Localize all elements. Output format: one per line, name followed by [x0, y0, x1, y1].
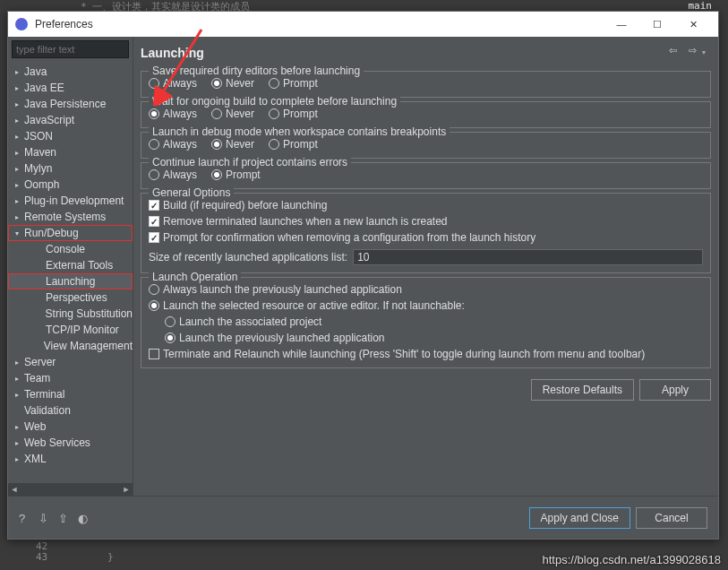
check-build-if-required-[interactable]: Build (if required) before launching [149, 199, 703, 212]
radio-launch-prev-sub[interactable]: Launch the previously launched applicati… [165, 332, 703, 344]
minimize-button[interactable]: — [604, 12, 639, 37]
radio-prompt[interactable]: Prompt [269, 138, 318, 151]
scroll-left-icon[interactable]: ◄ [10, 485, 19, 494]
tree-item-json[interactable]: ▸JSON [8, 128, 133, 144]
oomph-icon[interactable]: ◐ [78, 512, 90, 524]
radio-never[interactable]: Never [211, 138, 254, 151]
twisty-icon[interactable]: ▸ [12, 212, 22, 222]
twisty-icon[interactable]: ▸ [12, 131, 22, 142]
cancel-button[interactable]: Cancel [636, 507, 707, 529]
tree-item-web-services[interactable]: ▸Web Services [8, 435, 133, 451]
filter-input[interactable] [12, 40, 129, 58]
maximize-button[interactable]: ☐ [639, 12, 675, 37]
twisty-icon[interactable]: ▸ [12, 373, 22, 384]
radio-always[interactable]: Always [149, 138, 197, 151]
tree-item-oomph[interactable]: ▸Oomph [8, 177, 133, 193]
radio-never[interactable]: Never [211, 108, 254, 120]
nav-menu-icon[interactable]: ▾ [702, 48, 711, 57]
tree-item-plug-in-development[interactable]: ▸Plug-in Development [8, 193, 133, 209]
tree-item-terminal[interactable]: ▸Terminal [8, 386, 133, 402]
tree-item-label: Java [24, 65, 47, 78]
twisty-icon[interactable]: ▸ [12, 99, 22, 109]
radio-always[interactable]: Always [149, 168, 197, 181]
preference-tree[interactable]: ▸Java▸Java EE▸Java Persistence▸JavaScrip… [8, 62, 133, 483]
check-prompt-for-confirmat[interactable]: Prompt for confirmation when removing a … [149, 231, 703, 244]
tree-item-console[interactable]: Console [8, 241, 133, 257]
tree-item-javascript[interactable]: ▸JavaScript [8, 112, 133, 128]
twisty-icon[interactable]: ▸ [12, 82, 22, 93]
forward-icon[interactable]: ⇨ [684, 45, 700, 61]
tree-item-server[interactable]: ▸Server [8, 354, 133, 370]
restore-defaults-button[interactable]: Restore Defaults [531, 379, 634, 401]
app-icon [15, 18, 28, 30]
tree-item-web[interactable]: ▸Web [8, 419, 133, 435]
tree-item-perspectives[interactable]: Perspectives [8, 289, 133, 306]
twisty-icon[interactable]: ▸ [12, 179, 22, 190]
tree-item-mylyn[interactable]: ▸Mylyn [8, 160, 133, 177]
radio-launch-previous[interactable]: Always launch the previously launched ap… [149, 283, 703, 296]
checkbox-icon [149, 232, 159, 243]
twisty-icon[interactable]: ▸ [12, 389, 22, 400]
titlebar[interactable]: Preferences — ☐ ✕ [8, 12, 718, 37]
twisty-icon[interactable]: ▸ [12, 66, 22, 77]
twisty-icon[interactable]: ▸ [12, 163, 22, 174]
tree-item-label: Server [24, 356, 56, 368]
radio-prompt[interactable]: Prompt [211, 168, 261, 181]
group-general-options: General Options Build (if required) befo… [141, 193, 711, 273]
twisty-icon[interactable]: ▸ [12, 147, 22, 158]
tree-item-label: Validation [24, 404, 71, 417]
scroll-right-icon[interactable]: ► [122, 485, 131, 494]
twisty-icon[interactable]: ▸ [12, 115, 22, 125]
tree-item-view-management[interactable]: View Management [8, 338, 133, 354]
tree-item-team[interactable]: ▸Team [8, 370, 133, 386]
import-icon[interactable]: ⇩ [39, 512, 51, 524]
tree-item-run-debug[interactable]: ▾Run/Debug [8, 225, 133, 241]
content-pane: Launching ⇦ ⇨ ▾ Save required dirty edit… [133, 37, 718, 496]
tree-item-xml[interactable]: ▸XML [8, 451, 133, 467]
twisty-icon[interactable]: ▸ [12, 195, 22, 206]
radio-label: Prompt [283, 108, 318, 120]
group-launch-operation: Launch Operation Always launch the previ… [141, 277, 711, 368]
radio-circle-icon [269, 139, 279, 150]
twisty-icon[interactable]: ▾ [12, 228, 22, 238]
help-icon[interactable]: ? [19, 512, 31, 524]
apply-and-close-button[interactable]: Apply and Close [529, 507, 630, 529]
close-button[interactable]: ✕ [675, 12, 711, 37]
tree-item-java-ee[interactable]: ▸Java EE [8, 80, 133, 96]
tree-item-string-substitution[interactable]: String Substitution [8, 306, 133, 322]
bg-gutter-43: 43 [36, 551, 47, 563]
twisty-icon[interactable]: ▸ [12, 421, 22, 432]
radio-launch-selected[interactable]: Launch the selected resource or active e… [149, 299, 703, 312]
page-title: Launching [141, 46, 661, 60]
tree-item-maven[interactable]: ▸Maven [8, 144, 133, 160]
check-remove-terminated-la[interactable]: Remove terminated launches when a new la… [149, 215, 703, 228]
tree-item-java[interactable]: ▸Java [8, 64, 133, 80]
tree-scrollbar-h[interactable]: ◄ ► [8, 483, 133, 496]
group-wait-build: Wait for ongoing build to complete befor… [141, 101, 711, 128]
radio-prompt[interactable]: Prompt [269, 108, 318, 120]
twisty-icon[interactable]: ▸ [12, 437, 22, 448]
tree-item-launching[interactable]: Launching [8, 273, 133, 289]
twisty-icon[interactable]: ▸ [12, 357, 22, 367]
twisty-icon[interactable]: ▸ [12, 453, 22, 464]
radio-always[interactable]: Always [149, 77, 197, 90]
tree-item-validation[interactable]: Validation [8, 402, 133, 419]
tree-item-label: String Substitution [46, 307, 133, 320]
tree-item-remote-systems[interactable]: ▸Remote Systems [8, 209, 133, 225]
tree-item-label: Console [46, 243, 85, 255]
radio-launch-assoc-project[interactable]: Launch the associated project [165, 315, 703, 328]
radio-never[interactable]: Never [211, 77, 254, 90]
radio-prompt[interactable]: Prompt [269, 77, 318, 90]
group-save-editors: Save required dirty editors before launc… [141, 71, 711, 98]
group-legend: Continue launch if project contains erro… [149, 156, 351, 168]
tree-item-external-tools[interactable]: External Tools [8, 257, 133, 273]
check-terminate-relaunch[interactable]: Terminate and Relaunch while launching (… [149, 348, 703, 360]
bg-brace: } [107, 551, 114, 563]
recent-list-size-input[interactable] [353, 249, 703, 265]
back-icon[interactable]: ⇦ [664, 45, 681, 61]
export-icon[interactable]: ⇧ [58, 512, 71, 524]
tree-item-tcp-ip-monitor[interactable]: TCP/IP Monitor [8, 322, 133, 338]
radio-always[interactable]: Always [149, 108, 197, 120]
apply-button[interactable]: Apply [639, 379, 711, 401]
tree-item-java-persistence[interactable]: ▸Java Persistence [8, 96, 133, 112]
